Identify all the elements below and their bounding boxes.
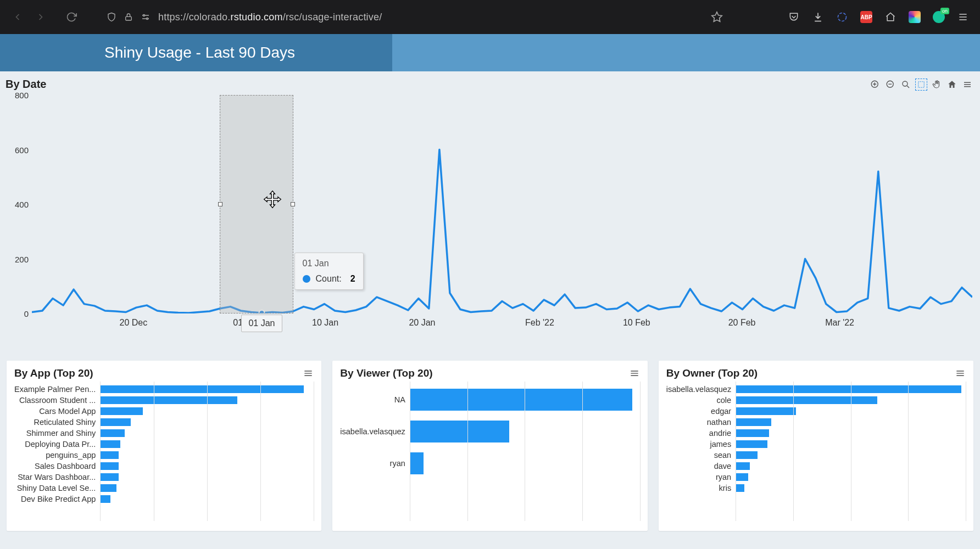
bar-label: Classroom Student ...: [14, 395, 96, 406]
plot-area[interactable]: 01 Jan Count: 2: [32, 95, 972, 313]
bar[interactable]: [736, 451, 758, 459]
bar[interactable]: [736, 440, 767, 448]
panel-menu-icon[interactable]: [955, 368, 966, 379]
selection-handle-left[interactable]: [218, 202, 222, 206]
panel-menu-icon[interactable]: [303, 368, 314, 379]
bar-label: ryan: [340, 447, 405, 479]
by-app-title: By App (Top 20): [14, 367, 93, 379]
y-tick: 200: [15, 254, 29, 264]
bar[interactable]: [100, 429, 124, 437]
bar[interactable]: [736, 473, 748, 481]
bar[interactable]: [410, 389, 632, 411]
pocket-icon[interactable]: [788, 11, 800, 23]
reset-home-icon[interactable]: [946, 79, 958, 91]
tooltip-series-label: Count:: [316, 274, 342, 284]
panels-row: By App (Top 20) Example Palmer Pen...Cla…: [0, 356, 980, 531]
bar[interactable]: [736, 396, 877, 404]
box-select-icon[interactable]: [915, 79, 927, 91]
bar[interactable]: [100, 462, 118, 470]
bar-label: dave: [666, 461, 732, 472]
bar[interactable]: [736, 418, 771, 426]
url-text: https://colorado.rstudio.com/rsc/usage-i…: [158, 12, 382, 23]
bar[interactable]: [100, 484, 116, 492]
bar[interactable]: [100, 451, 118, 459]
bar[interactable]: [736, 385, 961, 393]
bar[interactable]: [736, 407, 796, 415]
forward-button[interactable]: [34, 10, 47, 24]
x-tick: Feb '22: [525, 318, 554, 328]
bar[interactable]: [100, 385, 304, 393]
axis-tick-tooltip: 01 Jan: [241, 315, 282, 332]
home-icon[interactable]: [884, 11, 897, 23]
tooltip-series-dot: [303, 275, 310, 283]
bar[interactable]: [100, 407, 143, 415]
browser-toolbar: https://colorado.rstudio.com/rsc/usage-i…: [0, 0, 980, 34]
selection-handle-right[interactable]: [291, 202, 295, 206]
bar-label: isabella.velasquez: [666, 384, 732, 395]
bar[interactable]: [100, 495, 110, 503]
y-tick: 0: [24, 309, 29, 318]
panel-menu-icon[interactable]: [629, 368, 640, 379]
bar[interactable]: [100, 418, 131, 426]
selection-zoom-icon[interactable]: [900, 79, 912, 91]
reload-button[interactable]: [65, 10, 78, 24]
bar-label: Sales Dashboard: [14, 461, 96, 472]
bar[interactable]: [100, 396, 237, 404]
slack-extension-icon[interactable]: [909, 11, 921, 23]
by-owner-title: By Owner (Top 20): [666, 367, 758, 379]
x-axis: 20 Dec01 Jan10 Jan20 JanFeb '2210 Feb20 …: [32, 313, 972, 331]
bar-label: Dev Bike Predict App: [14, 494, 96, 505]
adblock-icon[interactable]: ABP: [860, 11, 872, 23]
bar-label: ryan: [666, 472, 732, 483]
bookmark-star-icon[interactable]: [711, 11, 723, 23]
bar[interactable]: [736, 429, 769, 437]
bar-label: Deploying Data Pr...: [14, 439, 96, 450]
svg-point-2: [147, 18, 148, 20]
firefox-extension-icon[interactable]: [836, 11, 848, 23]
bar-label: Reticulated Shiny: [14, 417, 96, 428]
bar-label: Example Palmer Pen...: [14, 384, 96, 395]
by-date-chart[interactable]: 0200400600800 01 Jan Count: 2: [0, 93, 980, 356]
bar-label: isabella.velasquez: [340, 416, 405, 447]
pan-icon[interactable]: [931, 79, 943, 91]
y-tick: 600: [15, 145, 29, 154]
svg-point-7: [903, 81, 907, 86]
zoom-out-icon[interactable]: [884, 79, 897, 91]
permissions-icon[interactable]: [141, 12, 151, 22]
by-owner-chart[interactable]: isabella.velasquezcoleedgarnathanandriej…: [666, 384, 966, 521]
bar[interactable]: [410, 452, 424, 475]
back-button[interactable]: [11, 10, 24, 24]
bar-label: NA: [340, 384, 405, 416]
bar[interactable]: [736, 484, 744, 492]
bar-label: Shimmer and Shiny: [14, 428, 96, 439]
grammarly-extension-icon[interactable]: [933, 11, 945, 23]
svg-point-1: [143, 15, 145, 16]
move-cursor-icon: [263, 190, 282, 210]
bar[interactable]: [100, 473, 118, 481]
address-bar[interactable]: https://colorado.rstudio.com/rsc/usage-i…: [99, 6, 679, 28]
x-tick: Mar '22: [825, 318, 854, 328]
by-app-chart[interactable]: Example Palmer Pen...Classroom Student .…: [14, 384, 314, 521]
x-tick: 20 Jan: [409, 318, 435, 328]
bar[interactable]: [100, 440, 120, 448]
bar-label: kris: [666, 483, 732, 494]
bar[interactable]: [410, 421, 509, 443]
downloads-icon[interactable]: [812, 11, 824, 23]
by-app-panel: By App (Top 20) Example Palmer Pen...Cla…: [7, 361, 321, 531]
svg-marker-3: [712, 12, 722, 21]
svg-rect-8: [918, 81, 925, 87]
tooltip-date: 01 Jan: [303, 259, 355, 268]
bar-label: cole: [666, 395, 732, 406]
x-tick: 10 Jan: [312, 318, 338, 328]
x-tick: 20 Dec: [120, 318, 148, 328]
bar-label: nathan: [666, 417, 732, 428]
page-title: Shiny Usage - Last 90 Days: [104, 44, 295, 61]
page-header: Shiny Usage - Last 90 Days: [0, 34, 980, 71]
by-viewer-panel: By Viewer (Top 20) NAisabella.velasquezr…: [332, 361, 647, 531]
zoom-in-icon[interactable]: [869, 79, 881, 91]
menu-icon[interactable]: [957, 11, 969, 23]
bar[interactable]: [736, 462, 750, 470]
chart-menu-icon[interactable]: [961, 79, 973, 91]
by-viewer-chart[interactable]: NAisabella.velasquezryan: [340, 384, 639, 521]
bar-label: andrie: [666, 428, 732, 439]
